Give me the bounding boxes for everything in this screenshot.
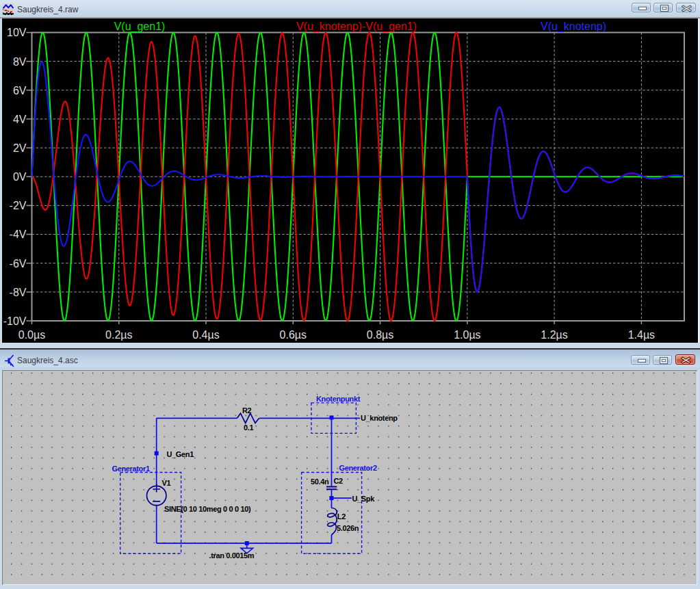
svg-text:SINE(0 10 10meg 0 0 0 10): SINE(0 10 10meg 0 0 0 10) [164,505,251,513]
svg-text:1.4µs: 1.4µs [628,329,655,341]
svg-text:-6V: -6V [10,258,27,270]
svg-text:U_Gen1: U_Gen1 [167,450,194,458]
svg-text:5.026n: 5.026n [337,524,359,532]
svg-text:1.2µs: 1.2µs [541,329,567,341]
svg-text:V(u_gen1): V(u_gen1) [114,21,166,33]
svg-text:0.1: 0.1 [244,423,253,432]
svg-text:V(u_knotenp): V(u_knotenp) [541,21,606,33]
svg-text:4V: 4V [13,114,27,125]
svg-text:8V: 8V [13,56,27,68]
svg-text:10V: 10V [7,27,27,38]
svg-text:6V: 6V [13,85,27,96]
svg-text:0V: 0V [13,171,27,183]
svg-text:V(u_knotenp)-V(u_gen1): V(u_knotenp)-V(u_gen1) [296,21,417,33]
svg-text:-2V: -2V [10,200,27,211]
svg-text:0.2µs: 0.2µs [105,329,132,341]
svg-text:Generator1: Generator1 [112,464,150,473]
svg-text:0.0µs: 0.0µs [18,329,45,341]
svg-text:0.6µs: 0.6µs [280,329,307,341]
svg-text:2V: 2V [13,142,27,154]
svg-text:.tran 0.0015m: .tran 0.0015m [209,551,255,560]
svg-text:V1: V1 [162,479,171,487]
svg-text:U_Spk: U_Spk [352,495,376,503]
svg-text:-10V: -10V [3,315,27,327]
svg-text:Knotenpunkt: Knotenpunkt [316,395,361,403]
svg-text:0.8µs: 0.8µs [367,329,393,341]
svg-text:L2: L2 [337,512,346,521]
svg-text:-4V: -4V [10,228,27,240]
svg-text:50.4n: 50.4n [311,477,329,486]
svg-text:-8V: -8V [10,287,27,298]
svg-text:U_knotenp: U_knotenp [361,414,398,422]
svg-text:0.4µs: 0.4µs [192,329,219,341]
svg-text:Generator2: Generator2 [339,464,377,472]
svg-text:1.0µs: 1.0µs [454,329,480,341]
svg-text:R2: R2 [242,406,252,415]
svg-text:C2: C2 [334,477,343,485]
